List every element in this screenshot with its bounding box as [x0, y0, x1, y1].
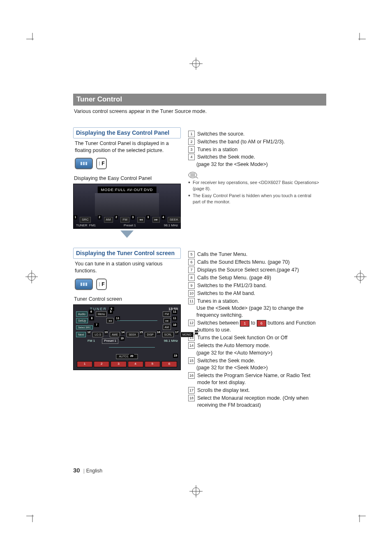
svg-rect-28 — [81, 283, 82, 286]
callout-3-text: Tunes in a station — [197, 146, 320, 153]
callout-5-text: Calls the Tuner Menu. — [197, 251, 320, 258]
am-button[interactable]: AM — [104, 217, 113, 223]
preset-2[interactable]: 2 — [94, 361, 109, 367]
callout-14-text: Selects the Auto Memory mode. — [197, 342, 320, 349]
note-2: The Easy Control Panel is hidden when yo… — [193, 193, 320, 205]
callout-14-sub: (page 32 for the <Auto Memory>) — [196, 350, 320, 357]
callout-14: 14 — [188, 342, 195, 349]
los-button[interactable]: LO.S — [92, 332, 103, 337]
registration-mark-left — [25, 268, 38, 287]
current-preset: Preset 1 — [102, 339, 118, 344]
registration-mark-top — [188, 58, 204, 70]
callout-9: 9 — [188, 282, 195, 289]
seek-mode-button[interactable]: SEEK — [127, 332, 138, 337]
callout-10: 10 — [188, 290, 195, 297]
preset-6[interactable]: 6 — [161, 361, 177, 367]
registration-mark-bottom — [188, 485, 204, 497]
callout-11-text: Tunes in a station. — [197, 298, 320, 305]
svg-rect-22 — [85, 162, 87, 165]
seek-prev-button[interactable]: ◂◂ — [106, 318, 114, 323]
seek-button[interactable]: SEEK — [168, 217, 180, 223]
callout-4-sub: (page 32 for the <Seek Mode>) — [196, 161, 320, 168]
page-number: 30 — [73, 467, 80, 474]
down-arrow-icon — [120, 230, 134, 238]
screen-mode-icon — [75, 279, 93, 290]
callout-17: 17 — [188, 387, 195, 394]
next-button[interactable]: ▸▸ — [152, 217, 160, 223]
callout-13-text: Turns the Local Seek function On or Off — [197, 334, 320, 341]
frequency-label: 98.1 MHz — [164, 223, 178, 228]
preset-3[interactable]: 3 — [111, 361, 126, 367]
callout-15-sub: (page 32 for the <Seek Mode>) — [196, 364, 320, 371]
registration-mark-right — [354, 268, 367, 287]
tuner-screen-desc: You can tune in a station using various … — [73, 260, 181, 279]
callout-12: 12 — [188, 320, 195, 326]
band-label: FM1 — [89, 223, 96, 227]
callout-7-text: Displays the Source Select screen.(page … — [197, 267, 320, 274]
note-1: For receiver key operations, see <DDX602… — [193, 180, 320, 192]
page-footer: 30|English — [73, 466, 102, 474]
preset-label: Preset 1 — [124, 223, 136, 228]
note-icon — [188, 171, 198, 179]
preset-1[interactable]: 1 — [77, 361, 92, 367]
callout-10-text: Switches to the AM band. — [197, 290, 320, 297]
auto-label: AUTO1 — [119, 355, 128, 358]
tuner-screen-caption: Tuner Control screen — [74, 296, 181, 303]
intro-text: Various control screens appear in the Tu… — [74, 108, 320, 115]
callout-1-text: Switches the source. — [197, 131, 320, 138]
select-src-button[interactable]: Select SRC — [76, 325, 93, 329]
menu-button[interactable]: Menu — [96, 311, 107, 317]
am-band-button[interactable]: AM — [163, 325, 171, 330]
callout-11: 11 — [188, 298, 195, 304]
callout-4: 4 — [188, 154, 195, 160]
preset-4[interactable]: 4 — [128, 361, 143, 367]
callout-8-text: Calls the Setup Menu. (page 49) — [197, 274, 320, 281]
src-button[interactable]: SRC — [80, 217, 91, 223]
callout-8: 8 — [188, 274, 195, 281]
tuner-label: TUNER — [76, 223, 88, 227]
audio-button[interactable]: Audio — [76, 311, 88, 317]
svg-rect-21 — [83, 162, 85, 165]
fm-button[interactable]: FM — [120, 217, 129, 223]
callout-16-text: Selects the Program Service Name, or Rad… — [197, 372, 320, 386]
callout-18: 18 — [188, 395, 195, 401]
scrl-button[interactable]: SCRL — [162, 332, 174, 337]
prev-button[interactable]: ◂◂ — [137, 217, 145, 223]
current-band: FM 1 — [88, 339, 95, 343]
easy-control-screenshot: MODE:FULL AV-OUT:DVD 1 SRC 2 AM 2 FM 3 ◂… — [73, 184, 181, 229]
easy-panel-heading: Displaying the Easy Control Panel — [73, 127, 181, 138]
seek-next-button[interactable]: ▸▸ — [164, 318, 171, 323]
callout-7: 7 — [188, 267, 195, 273]
tuner-screen-heading: Displaying the Tuner Control screen — [73, 248, 181, 259]
callout-6: 6 — [188, 259, 195, 265]
next-page-button[interactable]: Next — [76, 332, 86, 337]
easy-panel-desc: The Tuner Control Panel is displayed in … — [73, 139, 181, 158]
screen-mode-icon — [75, 158, 93, 169]
callout-15: 15 — [188, 357, 195, 364]
setup-button[interactable]: SetUp — [76, 318, 88, 323]
callout-11-sub: Use the <Seek Mode> (page 32) to change … — [196, 305, 320, 319]
fm-band-button[interactable]: FM — [163, 311, 171, 317]
disp-button[interactable]: DISP — [145, 332, 155, 337]
easy-panel-caption: Displaying the Easy Control Panel — [74, 175, 181, 182]
section-title: Tuner Control — [73, 94, 326, 106]
ame-button[interactable]: AME — [110, 332, 120, 337]
callout-4-text: Switches the Seek mode. — [197, 154, 320, 161]
callout-3: 3 — [188, 146, 195, 153]
callout-18-text: Select the Monaural reception mode. (Onl… — [197, 395, 320, 409]
callout-9-text: Switches to the FM1/2/3 band. — [197, 282, 320, 289]
callout-2: 2 — [188, 138, 195, 145]
mono-button[interactable]: MONO — [180, 332, 194, 337]
tuner-control-screenshot: TUNER9 13:50 Audio6 Menu5 FM11 SetUp8 ◂◂… — [73, 304, 181, 370]
chip-6: 6 — [257, 320, 266, 327]
callout-5: 5 — [188, 251, 195, 258]
current-frequency: 98.1 MHz — [164, 339, 178, 343]
f-mode-button: F — [96, 279, 107, 290]
callout-2-text: Switches the band (to AM or FM1/2/3). — [197, 138, 320, 145]
preset-5[interactable]: 5 — [145, 361, 160, 367]
svg-rect-20 — [81, 162, 82, 165]
svg-rect-29 — [83, 283, 85, 286]
chip-1: 1 — [240, 320, 249, 327]
f-mode-button: F — [96, 158, 107, 169]
callout-15-text: Switches the Seek mode. — [197, 357, 320, 364]
